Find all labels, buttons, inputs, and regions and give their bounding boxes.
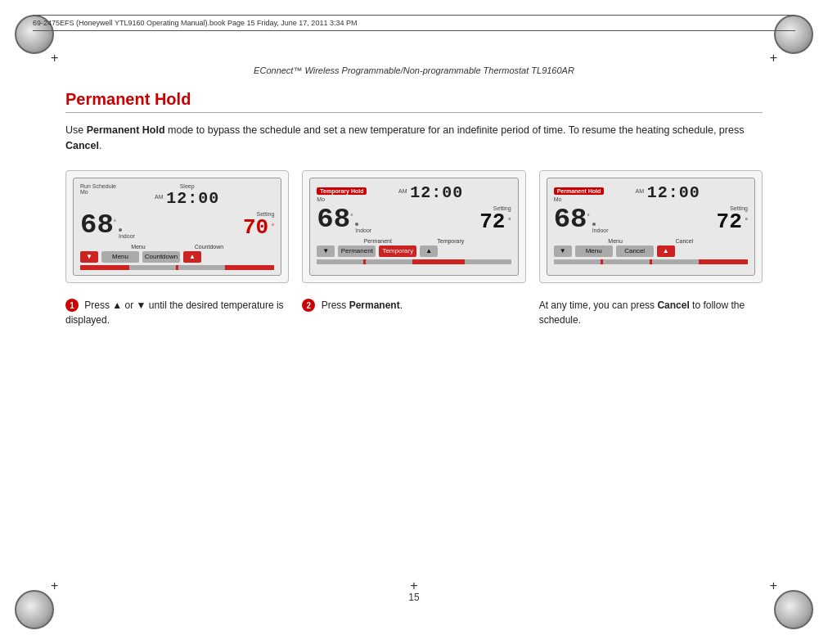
btn-down-3[interactable]: ▼	[554, 245, 572, 257]
btn-menu-1[interactable]: Menu	[101, 251, 139, 263]
main-content: Permanent Hold Use Permanent Hold mode t…	[65, 90, 763, 327]
btn-down-2[interactable]: ▼	[317, 245, 335, 257]
book-info-text: 69-2475EFS (Honeywell YTL9160 Operating …	[33, 19, 357, 27]
instruction-2: 2 Press Permanent.	[302, 298, 525, 313]
btn-permanent-2[interactable]: Permanent	[338, 245, 376, 257]
instructions-row: 1 Press ▲ or ▼ until the desired tempera…	[65, 298, 763, 327]
display-unit-2: Temporary Hold Mo AM 12:00 68 °	[302, 170, 525, 283]
temp-hold-badge: Temporary Hold	[317, 187, 367, 195]
intro-text: Use Permanent Hold mode to bypass the sc…	[65, 123, 763, 154]
btn-countdown-1[interactable]: Countdown	[142, 251, 180, 263]
instruction-3: At any time, you can press Cancel to fol…	[539, 298, 763, 327]
display-unit-1: Run Schedule Mo Sleep AM 12:00 68	[65, 170, 289, 283]
temp-row-1: 68 ° Indoor Setting 70 °	[80, 211, 274, 239]
corner-decoration-bl	[15, 590, 54, 629]
perm-hold-badge: Permanent Hold	[554, 187, 605, 195]
btn-row-2: ▼ Permanent Temporary ▲	[317, 245, 511, 257]
crosshair-tl	[51, 51, 58, 65]
crosshair-bl	[51, 579, 58, 593]
thermo-screen-1: Run Schedule Mo Sleep AM 12:00 68	[73, 178, 281, 276]
instruction-num-1: 1	[65, 299, 79, 312]
corner-decoration-br	[774, 590, 813, 629]
btn-up-2[interactable]: ▲	[420, 245, 438, 257]
btn-cancel-3[interactable]: Cancel	[616, 245, 654, 257]
thermo-time-1: AM 12:00	[155, 189, 219, 208]
btn-menu-3[interactable]: Menu	[575, 245, 613, 257]
page-number: 15	[408, 592, 419, 603]
btn-up-1[interactable]: ▲	[183, 251, 201, 263]
page-header: EConnect™ Wireless Programmable/Non-prog…	[254, 65, 574, 75]
book-info-bar: 69-2475EFS (Honeywell YTL9160 Operating …	[33, 15, 795, 31]
thermo-top-1: Run Schedule Mo Sleep AM 12:00	[80, 183, 274, 208]
displays-row: Run Schedule Mo Sleep AM 12:00 68	[65, 170, 763, 283]
section-title: Permanent Hold	[65, 90, 763, 113]
thermo-screen-2: Temporary Hold Mo AM 12:00 68 °	[309, 178, 518, 276]
btn-down-1[interactable]: ▼	[80, 251, 98, 263]
crosshair-br	[770, 579, 777, 593]
thermo-screen-3: Permanent Hold Mo AM 12:00 68 °	[547, 178, 755, 276]
instruction-num-2: 2	[302, 299, 315, 312]
display-unit-3: Permanent Hold Mo AM 12:00 68 °	[539, 170, 763, 283]
btn-temporary-2[interactable]: Temporary	[379, 245, 416, 257]
btn-row-3: ▼ Menu Cancel ▲	[554, 245, 748, 257]
btn-row-1: ▼ Menu Countdown ▲	[80, 251, 274, 263]
run-schedule-label: Run Schedule Mo	[80, 183, 116, 195]
instruction-1: 1 Press ▲ or ▼ until the desired tempera…	[65, 298, 289, 327]
crosshair-tr	[770, 51, 777, 65]
btn-up-3[interactable]: ▲	[657, 245, 675, 257]
